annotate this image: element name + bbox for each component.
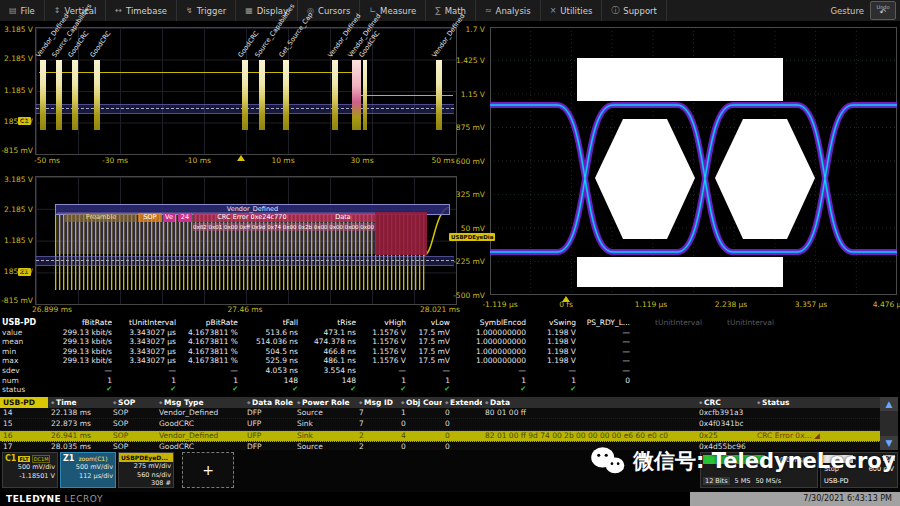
column-header[interactable]: Obj Count: [398, 397, 442, 408]
y-tick-label: -815 mV: [0, 146, 33, 155]
row-label: value: [2, 328, 48, 338]
status-check: ✔: [48, 385, 112, 395]
status-check: ✔: [176, 385, 238, 395]
menu-item-label: Analysis: [496, 6, 531, 16]
column-header[interactable]: Data: [482, 397, 696, 408]
measure-column[interactable]: tUnitInterval: [702, 318, 774, 395]
measure-column[interactable]: tFall 513.6 ns 514.036 ns 504.5 ns 525.9…: [238, 318, 298, 395]
eye-trace-badge[interactable]: USBPDEyeDia: [449, 233, 495, 241]
menu-item-label: Display: [257, 6, 288, 16]
y-tick-label: 185 mV: [0, 267, 33, 276]
y-tick-label: 3.185 V: [0, 25, 33, 34]
watermark-text: 微信号: TeledyneLecroy: [633, 447, 895, 475]
eye-descriptor-title: USBPDEyeD...: [119, 453, 173, 462]
status-check: ✔: [356, 385, 406, 395]
column-header[interactable]: Msg Type: [156, 397, 244, 408]
add-trace-button[interactable]: +: [182, 452, 234, 488]
menu-item-label: Measure: [380, 6, 416, 16]
zoom-z1-descriptor[interactable]: Z1 zoom(C1) 500 mV/div 112 µs/div: [60, 452, 116, 488]
column-header[interactable]: CRC: [696, 397, 754, 408]
menu-item[interactable]: ◎ Cursors: [298, 0, 360, 21]
menu-item[interactable]: ▦ Display: [236, 0, 298, 21]
column-header[interactable]: Time: [48, 397, 110, 408]
measure-column[interactable]: pBitRate 4.1673811 % 4.1673811 % 4.16738…: [176, 318, 238, 395]
menu-bar: ▤ File ↕ Vertical ↔ Timebase ↯ Trigger ▦…: [0, 0, 900, 22]
column-header[interactable]: Status: [754, 397, 872, 408]
acquisition-plot[interactable]: [35, 27, 457, 155]
menu-item[interactable]: ≈ Analysis: [476, 0, 541, 21]
x-tick-label: 2.238 µs: [715, 300, 748, 309]
y-tick-label: 2.185 V: [0, 205, 33, 214]
zoom-plot[interactable]: [35, 176, 457, 305]
c1-trace-badge[interactable]: C1: [18, 117, 31, 125]
menu-item-label: Math: [445, 6, 466, 16]
menu-item[interactable]: ↕ Vertical: [45, 0, 107, 21]
measure-column[interactable]: PS_RDY_L... — — — — — 0: [576, 318, 630, 395]
measure-column[interactable]: fBitRate 299.13 kbit/s 299.13 kbit/s 299…: [48, 318, 112, 395]
z1-source: zoom(C1): [78, 455, 107, 462]
measure-name: tFall: [238, 318, 298, 328]
undo-button[interactable]: Undo ↶: [870, 1, 896, 20]
eye-opening-2: [715, 119, 815, 239]
column-header[interactable]: SOP: [110, 397, 156, 408]
z1-trace-badge[interactable]: Z1: [18, 268, 31, 276]
row-label: max: [2, 356, 48, 366]
row-label: num: [2, 376, 48, 386]
measure-column[interactable]: vSwing 1.198 V 1.198 V 1.198 V 1.198 V —…: [526, 318, 576, 395]
table-row[interactable]: 1422.138 ms SOPVendor_Defined DFPSource …: [0, 408, 880, 419]
menu-item-label: Vertical: [65, 6, 97, 16]
measure-column[interactable]: vLow 17.5 mV 17.5 mV 17.5 mV 17.5 mV — 1…: [406, 318, 450, 395]
eye-diagram-plot[interactable]: [490, 27, 897, 295]
watermark: 微信号: TeledyneLecroy: [590, 446, 895, 476]
eye-descriptor[interactable]: USBPDEyeD... 275 mV/div 560 ns/div 308 #: [118, 452, 174, 488]
y-tick-label: 185 mV: [0, 117, 33, 126]
measure-name: fBitRate: [48, 318, 112, 328]
menu-item[interactable]: ⓘ Support: [602, 0, 667, 21]
trigger-position-marker[interactable]: [237, 155, 245, 161]
scroll-up-button[interactable]: ▲: [880, 397, 898, 411]
menu-item-icon: ∟: [369, 6, 376, 15]
c1-filter-badge: FLT: [18, 456, 29, 462]
menu-item[interactable]: ∑ Math: [426, 0, 476, 21]
status-check: ✔: [526, 385, 576, 395]
measure-column[interactable]: tUnitInterval 3.343027 µs 3.343027 µs 3.…: [112, 318, 176, 395]
menu-item-icon: ▦: [245, 6, 253, 15]
x-tick-label: 26.899 ms: [32, 305, 72, 314]
menu-item-icon: ⓘ: [611, 5, 619, 16]
measure-column[interactable]: tUnitInterval: [630, 318, 702, 395]
y-tick-label: 3.185 V: [0, 175, 33, 184]
column-header[interactable]: USB-PD: [0, 397, 48, 408]
column-header[interactable]: Extended: [442, 397, 482, 408]
channel-c1-descriptor[interactable]: C1 FLT DC1M 500 mV/div -1.18501 V: [2, 452, 58, 488]
menu-item[interactable]: ▤ File: [0, 0, 45, 21]
trigger-type: USB-PD: [824, 477, 849, 485]
status-check: ✔: [406, 385, 450, 395]
table-row[interactable]: 1522.873 ms SOPGoodCRC UFPSink 70 0 0x4f…: [0, 419, 880, 430]
mask-bottom: [577, 257, 783, 287]
menu-item-icon: ▤: [9, 6, 17, 15]
menu-item-label: Utilities: [560, 6, 592, 16]
measure-column[interactable]: tRise 473.1 ns 474.378 ns 466.8 ns 486.1…: [298, 318, 356, 395]
menu-item[interactable]: ↔ Timebase: [106, 0, 177, 21]
menu-item-label: Cursors: [318, 6, 350, 16]
y-tick-label: 600 mV: [452, 157, 485, 166]
menu-item-label: File: [21, 6, 35, 16]
menu-item[interactable]: × Utilities: [541, 0, 603, 21]
column-header[interactable]: Msg ID: [356, 397, 398, 408]
x-tick-label: 50 ms: [431, 156, 454, 165]
status-check: ✔: [112, 385, 176, 395]
status-check: [630, 385, 702, 395]
c1-label: C1: [5, 454, 16, 463]
table-row[interactable]: 1626.941 ms SOPVendor_Defined UFPSink 24…: [0, 431, 880, 442]
measure-column[interactable]: vHigh 1.1576 V 1.1576 V 1.1576 V 1.1576 …: [356, 318, 406, 395]
measure-name: tRise: [298, 318, 356, 328]
measure-column[interactable]: SymblEncod 1.000000000 1.000000000 1.000…: [450, 318, 526, 395]
x-tick-label: 4.476 µs: [873, 300, 900, 309]
menu-item[interactable]: ↯ Trigger: [177, 0, 236, 21]
column-header[interactable]: Data Role: [244, 397, 294, 408]
wechat-icon: [590, 446, 626, 476]
protocol-scrollbar[interactable]: ▲ ▼: [880, 397, 898, 450]
x-tick-label: -30 ms: [102, 156, 128, 165]
column-header[interactable]: Power Role: [294, 397, 356, 408]
menu-item[interactable]: ∟ Measure: [360, 0, 426, 21]
